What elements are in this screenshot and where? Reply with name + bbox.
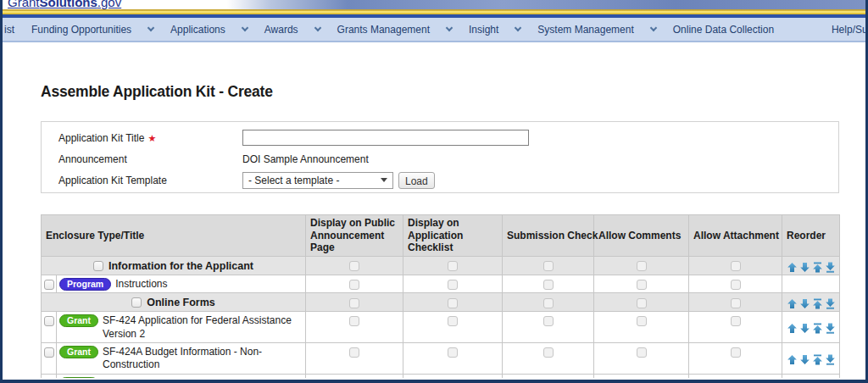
submission-check-checkbox[interactable] (543, 280, 554, 290)
group-checkbox[interactable] (93, 261, 103, 271)
group-row-online-forms: Online Forms (42, 293, 840, 312)
template-label: Application Kit Template (58, 175, 242, 186)
display-public-checkbox[interactable] (349, 280, 359, 290)
display-checklist-checkbox[interactable] (448, 261, 458, 271)
kit-title-label: Application Kit Title★ (58, 132, 242, 144)
move-up-icon[interactable] (787, 323, 798, 334)
chevron-down-icon (147, 24, 154, 31)
allow-attachment-checkbox[interactable] (731, 280, 741, 290)
move-to-top-icon[interactable] (812, 262, 823, 273)
chevron-down-icon (446, 24, 453, 31)
move-to-bottom-icon[interactable] (825, 323, 836, 334)
col-allow-attachment: Allow Attachment (689, 215, 782, 257)
allow-attachment-checkbox[interactable] (731, 316, 741, 326)
display-public-checkbox[interactable] (349, 316, 359, 326)
allow-comments-checkbox[interactable] (637, 316, 647, 326)
row-sf424: GrantSF-424 Application for Federal Assi… (42, 312, 840, 343)
row-instructions: ProgramInstructions (42, 275, 840, 292)
nav-item-system-management[interactable]: System Management (537, 24, 633, 36)
display-public-checkbox[interactable] (349, 298, 359, 308)
col-submission-check: Submission Check (503, 215, 594, 257)
allow-attachment-checkbox[interactable] (731, 261, 741, 271)
move-to-bottom-icon[interactable] (825, 354, 836, 365)
group-title: Online Forms (147, 297, 215, 308)
nav-item-grants-management[interactable]: Grants Management (337, 24, 430, 36)
announcement-label: Announcement (58, 153, 242, 165)
display-checklist-checkbox[interactable] (448, 347, 458, 358)
allow-comments-checkbox[interactable] (637, 261, 647, 271)
nav-item-applications[interactable]: Applications (170, 24, 225, 36)
chevron-down-icon (314, 24, 320, 31)
move-to-top-icon[interactable] (812, 298, 823, 309)
move-to-top-icon[interactable] (812, 354, 823, 365)
chevron-down-icon (242, 24, 248, 31)
submission-check-checkbox[interactable] (543, 316, 554, 326)
template-selected-value: - Select a template - (248, 175, 339, 186)
allow-comments-checkbox[interactable] (637, 298, 647, 308)
nav-item-online-data-collection[interactable]: Online Data Collection (673, 24, 774, 36)
display-checklist-checkbox[interactable] (448, 280, 458, 290)
nav-item-insight[interactable]: Insight (469, 24, 498, 36)
row-sf424b: GrantSF-424B Assurances - Non-Constructi… (42, 374, 840, 378)
move-up-icon[interactable] (787, 262, 798, 273)
page-title: Assemble Application Kit - Create (41, 83, 273, 101)
logo-gov: .gov (97, 0, 121, 9)
move-down-icon[interactable] (799, 262, 810, 273)
kit-title-input[interactable] (242, 130, 529, 146)
row-checkbox[interactable] (44, 316, 54, 326)
move-to-top-icon[interactable] (812, 323, 823, 334)
table-header-row: Enclosure Type/Title Display on Public A… (42, 215, 840, 257)
display-public-checkbox[interactable] (349, 261, 359, 271)
submission-check-checkbox[interactable] (543, 261, 554, 271)
submission-check-checkbox[interactable] (543, 347, 554, 358)
allow-attachment-checkbox[interactable] (731, 298, 741, 308)
nav-item-list-cropped[interactable]: ist (4, 24, 14, 36)
move-down-icon[interactable] (799, 323, 810, 334)
move-up-icon[interactable] (787, 354, 798, 365)
move-down-icon[interactable] (799, 354, 810, 365)
col-display-checklist: Display on Application Checklist (403, 215, 503, 257)
allow-attachment-checkbox[interactable] (731, 347, 741, 358)
site-banner: GrantSolutions.gov (3, 0, 865, 9)
move-up-icon[interactable] (787, 298, 798, 309)
grant-badge: Grant (59, 377, 98, 378)
template-select[interactable]: - Select a template - (242, 172, 393, 189)
enclosure-table: Enclosure Type/Title Display on Public A… (41, 214, 840, 378)
nav-item-funding-opportunities[interactable]: Funding Opportunities (31, 24, 131, 36)
caret-down-icon (381, 178, 387, 182)
enclosure-title: Instructions (115, 277, 167, 291)
display-public-checkbox[interactable] (349, 347, 359, 358)
logo-solutions: Solutions (40, 0, 97, 9)
row-sf424a: GrantSF-424A Budget Information - Non-Co… (42, 342, 840, 374)
logo-grant: Grant (8, 0, 40, 9)
nav-item-help-support[interactable]: Help/Supp (832, 24, 865, 36)
display-checklist-checkbox[interactable] (448, 298, 458, 308)
main-nav: ist Funding Opportunities Applications A… (3, 18, 865, 42)
submission-check-checkbox[interactable] (543, 298, 554, 308)
group-checkbox[interactable] (131, 297, 142, 308)
program-badge: Program (59, 278, 111, 291)
move-to-bottom-icon[interactable] (825, 298, 836, 309)
row-checkbox[interactable] (44, 280, 54, 290)
browser-viewport: GrantSolutions.gov ist Funding Opportuni… (0, 0, 868, 383)
load-button[interactable]: Load (398, 172, 435, 189)
row-checkbox[interactable] (44, 347, 54, 358)
enclosure-title: SF-424 Application for Federal Assistanc… (103, 314, 303, 341)
allow-comments-checkbox[interactable] (637, 347, 647, 358)
grant-badge: Grant (59, 346, 98, 358)
enclosure-table-wrap: Enclosure Type/Title Display on Public A… (41, 214, 841, 378)
grantsolutions-logo[interactable]: GrantSolutions.gov (8, 0, 121, 9)
col-reorder: Reorder (782, 215, 840, 257)
chevron-down-icon (649, 24, 656, 31)
col-display-public: Display on Public Announcement Page (306, 215, 403, 257)
grant-badge: Grant (59, 314, 98, 327)
nav-item-awards[interactable]: Awards (264, 24, 298, 36)
group-title: Information for the Applicant (108, 260, 253, 272)
display-checklist-checkbox[interactable] (448, 316, 458, 326)
allow-comments-checkbox[interactable] (637, 280, 647, 290)
move-to-bottom-icon[interactable] (825, 262, 836, 273)
move-down-icon[interactable] (799, 298, 810, 309)
announcement-value: DOI Sample Announcement (242, 153, 838, 165)
chevron-down-icon (515, 24, 521, 31)
required-star-icon: ★ (147, 133, 156, 143)
